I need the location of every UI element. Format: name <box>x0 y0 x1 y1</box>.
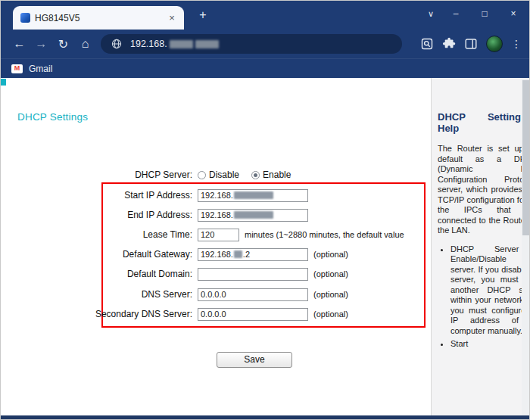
start-ip-input[interactable]: 192.168. <box>198 189 308 202</box>
toolbar-right-icons: ⋮ <box>420 36 523 52</box>
form-row: Secondary DNS Server: 0.0.0.0 (optional) <box>52 307 348 321</box>
page-scrollbar[interactable] <box>522 78 530 415</box>
new-tab-button[interactable]: + <box>195 7 211 23</box>
redacted-value <box>234 211 273 219</box>
field-note: (optional) <box>313 290 348 299</box>
browser-tab-hg8145v5[interactable]: HG8145V5 × <box>13 6 184 30</box>
help-panel: DHCP Setting Help The Router is set up b… <box>431 78 522 415</box>
field-note: (optional) <box>313 310 348 319</box>
dhcp-server-label: DHCP Server: <box>52 170 192 180</box>
search-tabs-icon[interactable] <box>420 37 434 51</box>
dns-server-input[interactable]: 0.0.0.0 <box>198 288 308 301</box>
field-label: Default Domain: <box>52 269 192 279</box>
router-page: DHCP Settings DHCP Server: Disable Enabl… <box>1 78 430 415</box>
disable-radio[interactable] <box>198 171 206 179</box>
field-label: Lease Time: <box>52 229 192 240</box>
redacted-value <box>234 191 273 199</box>
bottom-status-strip <box>1 415 530 420</box>
form-row: Start IP Address: 192.168. <box>52 188 313 202</box>
value-prefix: 192.168. <box>201 250 233 259</box>
tab-search-chevron-icon[interactable]: ∨ <box>420 9 441 19</box>
form-row: Lease Time: 120 minutes (1~2880 minutes,… <box>52 228 404 241</box>
value-prefix: 192.168. <box>201 191 233 200</box>
disable-radio-label[interactable]: Disable <box>209 170 239 180</box>
browser-toolbar: ← → ↻ ⌂ 192.168. ⋮ <box>1 30 530 58</box>
maximize-button[interactable]: □ <box>470 8 499 19</box>
value-text: 120 <box>201 230 214 239</box>
help-bullet: Start <box>450 339 522 350</box>
default-gateway-input[interactable]: 192.168..2 <box>198 248 308 261</box>
minimize-button[interactable]: – <box>441 8 470 19</box>
url-text: 192.168. <box>130 39 219 49</box>
address-bar[interactable]: 192.168. <box>101 34 402 54</box>
enable-radio-label[interactable]: Enable <box>263 170 291 180</box>
field-label: DNS Server: <box>52 289 192 300</box>
redacted-value <box>234 250 242 258</box>
back-icon[interactable]: ← <box>8 37 30 51</box>
site-info-globe-icon[interactable] <box>110 37 123 51</box>
value-tail: .2 <box>243 250 250 259</box>
page-corner-accent <box>1 79 6 86</box>
bookmarks-bar: M Gmail <box>1 58 530 78</box>
side-panel-icon[interactable] <box>464 37 478 51</box>
profile-avatar[interactable] <box>486 36 503 52</box>
home-icon[interactable]: ⌂ <box>74 37 96 51</box>
site-favicon-icon <box>20 13 30 23</box>
value-prefix: 192.168. <box>201 210 233 219</box>
form-row: End IP Address: 192.168. <box>52 208 313 222</box>
dhcp-server-row: DHCP Server: Disable Enable <box>52 168 303 182</box>
page-title: DHCP Settings <box>17 111 88 123</box>
redacted-url-octet <box>195 40 219 48</box>
help-title: DHCP Setting Help <box>438 111 521 134</box>
redacted-url-octet <box>170 40 193 48</box>
field-note: (optional) <box>313 269 348 278</box>
form-row: Default Domain: (optional) <box>52 267 348 281</box>
save-button[interactable]: Save <box>217 352 292 368</box>
gmail-icon: M <box>11 64 23 73</box>
form-row: DNS Server: 0.0.0.0 (optional) <box>52 288 348 301</box>
reload-icon[interactable]: ↻ <box>52 37 74 51</box>
forward-icon[interactable]: → <box>30 37 52 51</box>
secondary-dns-input[interactable]: 0.0.0.0 <box>198 308 308 321</box>
browser-window: HG8145V5 × + ∨ – □ × ← → ↻ ⌂ 192.168. <box>0 0 530 420</box>
url-prefix: 192.168. <box>130 39 167 49</box>
tab-strip: HG8145V5 × + ∨ – □ × <box>1 1 530 30</box>
extensions-puzzle-icon[interactable] <box>442 37 456 51</box>
help-bullet: DHCP Server - Enable/Disable the server.… <box>450 244 522 337</box>
value-text: 0.0.0.0 <box>201 310 226 319</box>
close-window-button[interactable]: × <box>499 8 528 19</box>
help-paragraph: The Router is set up by default as a DHC… <box>438 144 522 236</box>
browser-menu-icon[interactable]: ⋮ <box>511 38 520 50</box>
window-controls: ∨ – □ × <box>420 1 528 26</box>
lease-time-input[interactable]: 120 <box>198 229 239 241</box>
end-ip-input[interactable]: 192.168. <box>198 209 308 222</box>
bookmark-label: Gmail <box>29 64 52 74</box>
tab-close-icon[interactable]: × <box>166 12 178 23</box>
value-text: 0.0.0.0 <box>201 290 226 299</box>
field-label: Secondary DNS Server: <box>52 309 192 319</box>
field-label: End IP Address: <box>52 210 192 220</box>
field-note: minutes (1~2880 minutes, the default val… <box>245 230 404 239</box>
form-row: Default Gateway: 192.168..2 (optional) <box>52 247 348 261</box>
field-label: Default Gateway: <box>52 249 192 260</box>
bookmark-gmail[interactable]: M Gmail <box>11 64 52 74</box>
help-bullet-list: DHCP Server - Enable/Disable the server.… <box>438 244 522 350</box>
scrollbar-thumb[interactable] <box>522 80 530 235</box>
tab-title: HG8145V5 <box>35 13 161 23</box>
default-domain-input[interactable] <box>198 268 308 281</box>
field-label: Start IP Address: <box>52 190 192 201</box>
field-note: (optional) <box>313 250 348 259</box>
enable-radio[interactable] <box>251 171 260 179</box>
